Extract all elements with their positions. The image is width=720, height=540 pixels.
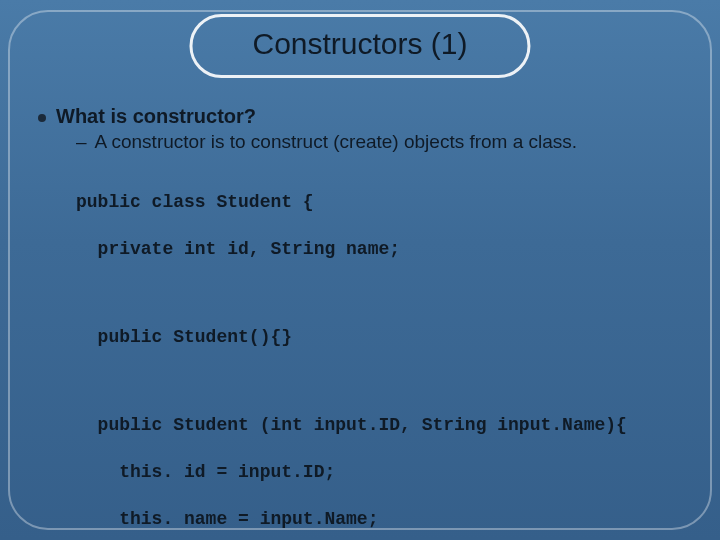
slide-content: What is constructor? – A constructor is … [38, 105, 690, 540]
code-line: private int id, String name; [76, 238, 690, 261]
bullet-level-2: – A constructor is to construct (create)… [76, 130, 690, 154]
code-block: public class Student { private int id, S… [76, 168, 690, 540]
slide-title: Constructors (1) [252, 27, 467, 61]
bullet-heading: What is constructor? [56, 105, 256, 128]
bullet-subtext: A constructor is to construct (create) o… [95, 130, 578, 154]
dash-icon: – [76, 130, 87, 154]
code-line: public Student (int input.ID, String inp… [76, 414, 690, 437]
code-blank-line [76, 373, 690, 391]
code-line: public class Student { [76, 191, 690, 214]
code-blank-line [76, 285, 690, 303]
bullet-level-1: What is constructor? [38, 105, 690, 128]
title-box: Constructors (1) [189, 14, 530, 78]
code-line: this. name = input.Name; [76, 508, 690, 531]
code-line: this. id = input.ID; [76, 461, 690, 484]
code-line: public Student(){} [76, 326, 690, 349]
bullet-dot-icon [38, 114, 46, 122]
